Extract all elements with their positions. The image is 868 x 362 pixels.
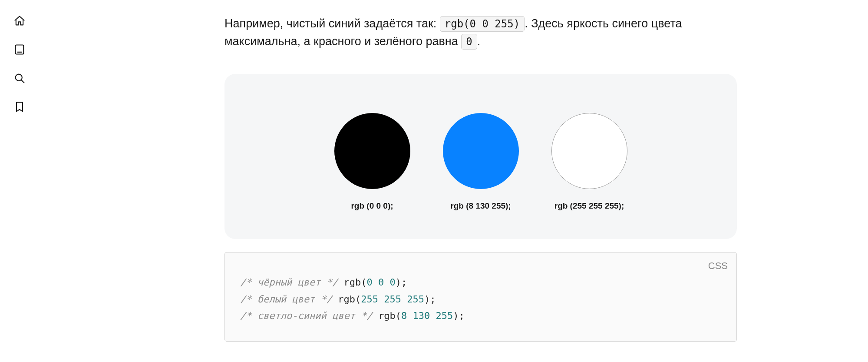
code-line: /* чёрный цвет */ rgb(0 0 0);: [240, 274, 721, 291]
code-num: 0: [366, 277, 372, 288]
intro-paragraph: Например, чистый синий задаётся так: rgb…: [224, 15, 737, 50]
sidebar: [0, 0, 39, 362]
svg-line-3: [21, 80, 24, 83]
text: Например, чистый синий задаётся так:: [224, 17, 440, 30]
code-pad: [338, 277, 343, 288]
code-num: 8: [401, 310, 407, 321]
code-pad: [373, 310, 378, 321]
code-pad: [332, 294, 338, 305]
code-num: 255: [407, 294, 424, 305]
inline-code-zero: 0: [461, 34, 477, 50]
svg-rect-0: [16, 45, 24, 54]
code-punct: );: [453, 310, 465, 321]
code-comment: /* светло-синий цвет */: [240, 310, 373, 321]
color-circle: [334, 113, 410, 189]
code-punct: (: [355, 294, 361, 305]
code-lang-label: CSS: [708, 258, 728, 275]
article-content: Например, чистый синий задаётся так: rgb…: [224, 0, 737, 342]
code-num: 255: [384, 294, 401, 305]
code-num: 0: [378, 277, 384, 288]
code-line: /* белый цвет */ rgb(255 255 255);: [240, 291, 721, 308]
code-block: CSS /* чёрный цвет */ rgb(0 0 0); /* бел…: [224, 252, 737, 342]
code-fn: rgb: [338, 294, 355, 305]
swatch-black: rgb (0 0 0);: [334, 113, 410, 211]
code-fn: rgb: [343, 277, 361, 288]
search-icon[interactable]: [13, 72, 26, 84]
book-icon[interactable]: [13, 43, 26, 56]
code-punct: (: [361, 277, 366, 288]
text: .: [477, 35, 481, 48]
color-circle: [443, 113, 519, 189]
code-line: /* светло-синий цвет */ rgb(8 130 255);: [240, 308, 721, 325]
code-fn: rgb: [378, 310, 396, 321]
code-punct: );: [396, 277, 407, 288]
code-punct: (: [396, 310, 401, 321]
bookmark-icon[interactable]: [13, 101, 26, 113]
code-num: 130: [413, 310, 430, 321]
home-icon[interactable]: [13, 15, 26, 27]
code-comment: /* белый цвет */: [240, 294, 332, 305]
code-comment: /* чёрный цвет */: [240, 277, 338, 288]
swatch-white: rgb (255 255 255);: [551, 113, 627, 211]
code-num: 255: [361, 294, 378, 305]
code-num: 0: [389, 277, 395, 288]
swatch-label: rgb (8 130 255);: [450, 201, 511, 211]
swatch-blue: rgb (8 130 255);: [443, 113, 519, 211]
inline-code-rgb-blue: rgb(0 0 255): [440, 16, 525, 32]
color-swatch-panel: rgb (0 0 0); rgb (8 130 255); rgb (255 2…: [224, 74, 737, 239]
swatch-label: rgb (0 0 0);: [351, 201, 393, 211]
swatch-label: rgb (255 255 255);: [554, 201, 624, 211]
color-circle: [551, 113, 627, 189]
code-num: 255: [436, 310, 453, 321]
code-punct: );: [424, 294, 436, 305]
